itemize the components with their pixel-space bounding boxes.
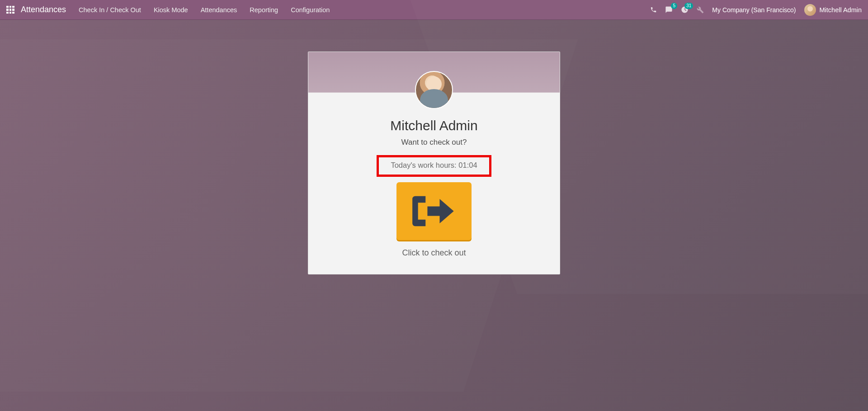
employee-avatar [415,71,453,109]
menu-attendances[interactable]: Attendances [201,6,237,14]
main-content: Mitchell Admin Want to check out? Today'… [0,20,868,411]
sign-out-icon [410,192,458,230]
checkout-prompt: Want to check out? [401,138,467,147]
check-out-caption: Click to check out [402,248,466,258]
check-out-button[interactable] [396,182,472,240]
app-brand[interactable]: Attendances [21,5,66,14]
menu-kiosk-mode[interactable]: Kiosk Mode [154,6,188,14]
apps-icon[interactable] [6,6,14,14]
menu-check-in-out[interactable]: Check In / Check Out [79,6,141,14]
attendance-card: Mitchell Admin Want to check out? Today'… [308,52,560,274]
work-hours-text: Today's work hours: 01:04 [391,161,477,169]
menu-reporting[interactable]: Reporting [250,6,278,14]
employee-name: Mitchell Admin [390,118,477,133]
work-hours-highlight: Today's work hours: 01:04 [377,155,491,177]
menu-configuration[interactable]: Configuration [291,6,330,14]
